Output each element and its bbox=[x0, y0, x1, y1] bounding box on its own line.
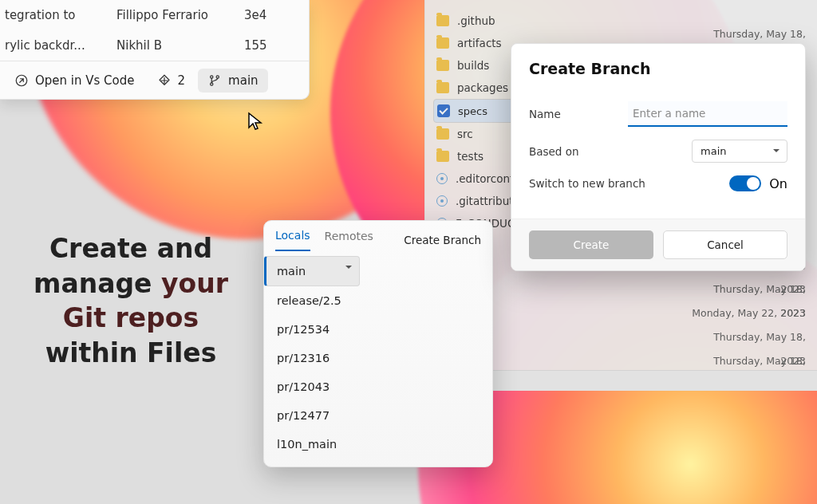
switch-label: Switch to new branch bbox=[529, 177, 729, 190]
branch-item[interactable]: pr/12043 bbox=[264, 372, 492, 401]
branch-list: mainrelease/2.5pr/12534pr/12316pr/12043p… bbox=[264, 251, 492, 467]
dialog-title: Create Branch bbox=[511, 44, 805, 81]
branch-label: main bbox=[228, 73, 258, 88]
file-row[interactable]: .github bbox=[433, 10, 593, 32]
file-name: tests bbox=[457, 150, 483, 163]
branch-item[interactable]: release/2.5 bbox=[264, 286, 492, 315]
changes-count: 2 bbox=[178, 73, 186, 88]
folder-icon bbox=[436, 128, 449, 140]
branch-item[interactable]: pr/12316 bbox=[264, 344, 492, 372]
basedon-label: Based on bbox=[529, 145, 628, 158]
cancel-button[interactable]: Cancel bbox=[663, 230, 787, 259]
folder-icon bbox=[436, 82, 449, 93]
changes-button[interactable]: 2 bbox=[148, 69, 195, 93]
commit-author: Fillippo Ferrario bbox=[116, 8, 244, 22]
branch-item[interactable]: main bbox=[264, 256, 360, 286]
commit-row[interactable]: tegration to Fillippo Ferrario 3e4 bbox=[0, 0, 309, 30]
file-name: packages bbox=[457, 81, 508, 94]
branch-item[interactable]: l10n_main bbox=[264, 430, 492, 459]
commit-sha: 155 bbox=[244, 38, 304, 53]
file-name: .github bbox=[457, 14, 495, 27]
folder-icon bbox=[436, 15, 449, 26]
cursor-icon bbox=[246, 112, 265, 131]
folder-icon bbox=[436, 151, 449, 162]
file-date: Monday, May 22, 2023 bbox=[686, 301, 806, 325]
commit-message: tegration to bbox=[5, 8, 116, 22]
basedon-value: main bbox=[701, 145, 726, 157]
folder-icon bbox=[436, 60, 449, 71]
git-status-panel: tegration to Fillippo Ferrario 3e4 rylic… bbox=[0, 0, 310, 100]
file-name: artifacts bbox=[457, 37, 502, 49]
branch-item[interactable]: pr/12534 bbox=[264, 315, 492, 344]
file-name: src bbox=[457, 128, 473, 140]
commit-sha: 3e4 bbox=[244, 8, 304, 22]
commit-row[interactable]: rylic backdr... Nikhil B 155 bbox=[0, 30, 309, 61]
file-name: specs bbox=[458, 105, 487, 117]
commit-author: Nikhil B bbox=[116, 38, 244, 53]
file-date: Thursday, May 18, 2023 bbox=[686, 278, 806, 301]
commit-list: tegration to Fillippo Ferrario 3e4 rylic… bbox=[0, 0, 309, 61]
switch-toggle[interactable] bbox=[729, 175, 761, 191]
file-date: Thursday, May 18, 2023 bbox=[686, 325, 806, 349]
file-icon bbox=[436, 195, 448, 207]
checkbox-icon bbox=[437, 104, 450, 117]
file-name: builds bbox=[457, 59, 489, 72]
folder-icon bbox=[436, 37, 449, 49]
switch-state-text: On bbox=[769, 176, 787, 191]
git-branch-icon bbox=[207, 73, 222, 88]
create-button[interactable]: Create bbox=[529, 230, 653, 259]
diff-icon bbox=[157, 73, 172, 88]
tab-locals[interactable]: Locals bbox=[275, 229, 310, 251]
open-in-vscode-button[interactable]: Open in Vs Code bbox=[5, 69, 144, 93]
create-branch-link[interactable]: Create Branch bbox=[404, 234, 481, 246]
branch-button[interactable]: main bbox=[198, 69, 267, 93]
branch-switcher-popover: Locals Remotes Create Branch mainrelease… bbox=[263, 220, 493, 467]
open-in-vscode-label: Open in Vs Code bbox=[35, 73, 135, 88]
marketing-headline: Create and manage your Git repos within … bbox=[27, 231, 235, 370]
external-open-icon bbox=[14, 73, 29, 88]
branch-name-input[interactable] bbox=[628, 101, 787, 127]
branch-item[interactable]: pr/12477 bbox=[264, 401, 492, 430]
tab-remotes[interactable]: Remotes bbox=[325, 230, 373, 250]
name-label: Name bbox=[529, 108, 628, 120]
git-status-bar: Open in Vs Code 2 main bbox=[0, 61, 309, 99]
create-branch-dialog: Create Branch Name Based on main Switch … bbox=[511, 43, 806, 271]
basedon-select[interactable]: main bbox=[692, 140, 787, 163]
commit-message: rylic backdr... bbox=[5, 38, 116, 53]
file-icon bbox=[436, 173, 448, 184]
